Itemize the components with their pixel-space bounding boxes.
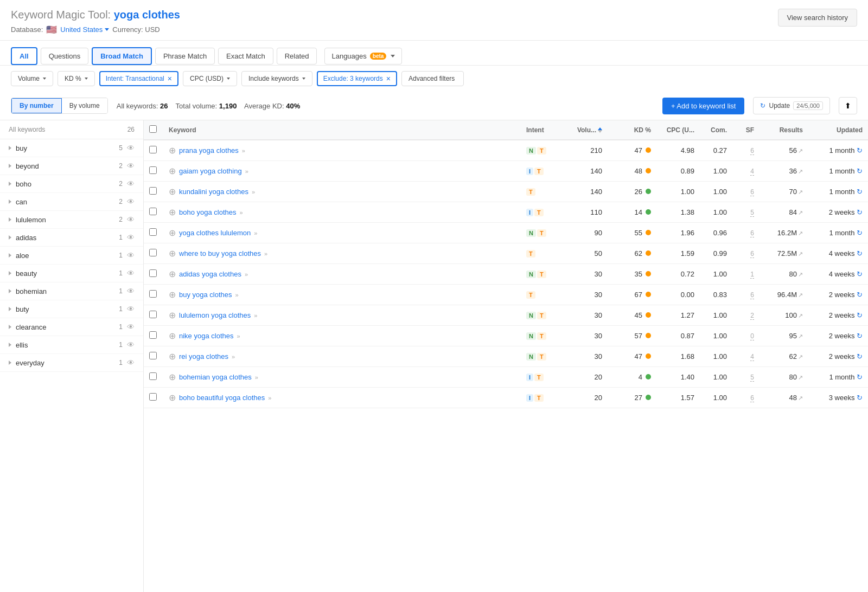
external-link-icon[interactable]: ↗ (798, 271, 803, 278)
refresh-icon[interactable]: ↻ (857, 208, 863, 216)
sidebar-item-can[interactable]: can 2 👁 (0, 193, 143, 211)
row-checkbox[interactable] (149, 228, 157, 236)
volume-filter-button[interactable]: Volume (11, 71, 53, 86)
external-link-icon[interactable]: ↗ (798, 168, 803, 175)
sf-link[interactable]: 5 (750, 209, 754, 217)
external-link-icon[interactable]: ↗ (798, 250, 803, 257)
external-link-icon[interactable]: ↗ (798, 312, 803, 319)
external-link-icon[interactable]: ↗ (798, 353, 803, 360)
exclude-close-icon[interactable]: × (386, 75, 391, 82)
row-checkbox[interactable] (149, 249, 157, 256)
refresh-icon[interactable]: ↻ (857, 229, 863, 237)
external-link-icon[interactable]: ↗ (798, 230, 803, 236)
country-link[interactable]: United States (60, 25, 109, 34)
sf-link[interactable]: 6 (750, 250, 754, 258)
refresh-icon[interactable]: ↻ (857, 394, 863, 402)
tab-questions[interactable]: Questions (41, 48, 89, 65)
volume-sort-button[interactable]: Volu... (577, 126, 602, 134)
refresh-icon[interactable]: ↻ (857, 167, 863, 175)
keyword-link[interactable]: ⊕ rei yoga clothes » (169, 351, 515, 362)
cpc-filter-button[interactable]: CPC (USD) (183, 71, 237, 86)
sf-link[interactable]: 6 (750, 291, 754, 299)
visibility-icon[interactable]: 👁 (127, 179, 135, 188)
row-checkbox[interactable] (149, 290, 157, 298)
view-history-button[interactable]: View search history (778, 9, 857, 27)
refresh-icon[interactable]: ↻ (857, 249, 863, 258)
visibility-icon[interactable]: 👁 (127, 269, 135, 278)
sort-by-number-button[interactable]: By number (11, 98, 62, 113)
keyword-link[interactable]: ⊕ kundalini yoga clothes » (169, 186, 515, 197)
visibility-icon[interactable]: 👁 (127, 233, 135, 242)
visibility-icon[interactable]: 👁 (127, 144, 135, 152)
keyword-link[interactable]: ⊕ nike yoga clothes » (169, 331, 515, 341)
sf-link[interactable]: 6 (750, 394, 754, 402)
keyword-link[interactable]: ⊕ boho yoga clothes » (169, 207, 515, 217)
keyword-link[interactable]: ⊕ buy yoga clothes » (169, 289, 515, 300)
export-button[interactable]: ⬆ (839, 97, 857, 114)
external-link-icon[interactable]: ↗ (798, 333, 803, 339)
sf-link[interactable]: 6 (750, 229, 754, 237)
advanced-filters-button[interactable]: Advanced filters (401, 71, 464, 86)
sf-link[interactable]: 6 (750, 147, 754, 155)
sf-link[interactable]: 4 (750, 168, 754, 176)
intent-close-icon[interactable]: × (168, 75, 172, 82)
sidebar-item-buty[interactable]: buty 1 👁 (0, 300, 143, 318)
sidebar-item-everyday[interactable]: everyday 1 👁 (0, 354, 143, 372)
tab-all[interactable]: All (11, 47, 37, 65)
languages-button[interactable]: Languages beta (324, 48, 402, 65)
sf-link[interactable]: 2 (750, 312, 754, 320)
sf-link[interactable]: 5 (750, 374, 754, 382)
row-checkbox[interactable] (149, 269, 157, 277)
external-link-icon[interactable]: ↗ (798, 189, 803, 195)
refresh-icon[interactable]: ↻ (857, 311, 863, 319)
tab-broad-match[interactable]: Broad Match (92, 47, 152, 65)
refresh-icon[interactable]: ↻ (857, 270, 863, 278)
visibility-icon[interactable]: 👁 (127, 305, 135, 313)
visibility-icon[interactable]: 👁 (127, 251, 135, 260)
select-all-checkbox[interactable] (149, 125, 157, 133)
keyword-link[interactable]: ⊕ yoga clothes lululemon » (169, 228, 515, 238)
exclude-filter-tag[interactable]: Exclude: 3 keywords × (317, 71, 397, 86)
visibility-icon[interactable]: 👁 (127, 162, 135, 170)
row-checkbox[interactable] (149, 187, 157, 195)
visibility-icon[interactable]: 👁 (127, 358, 135, 367)
refresh-icon[interactable]: ↻ (857, 373, 863, 381)
external-link-icon[interactable]: ↗ (798, 395, 803, 401)
sidebar-item-boho[interactable]: boho 2 👁 (0, 175, 143, 193)
keyword-link[interactable]: ⊕ adidas yoga clothes » (169, 269, 515, 279)
intent-filter-tag[interactable]: Intent: Transactional × (99, 71, 178, 86)
external-link-icon[interactable]: ↗ (798, 292, 803, 298)
sidebar-item-lululemon[interactable]: lululemon 2 👁 (0, 211, 143, 229)
external-link-icon[interactable]: ↗ (798, 209, 803, 216)
sidebar-item-beauty[interactable]: beauty 1 👁 (0, 265, 143, 282)
visibility-icon[interactable]: 👁 (127, 287, 135, 295)
sidebar-item-adidas[interactable]: adidas 1 👁 (0, 229, 143, 247)
visibility-icon[interactable]: 👁 (127, 197, 135, 206)
sort-by-volume-button[interactable]: By volume (62, 98, 107, 113)
keyword-link[interactable]: ⊕ where to buy yoga clothes » (169, 248, 515, 259)
keyword-link[interactable]: ⊕ prana yoga clothes » (169, 145, 515, 156)
sidebar-item-clearance[interactable]: clearance 1 👁 (0, 318, 143, 336)
sf-link[interactable]: 4 (750, 353, 754, 361)
sidebar-item-beyond[interactable]: beyond 2 👁 (0, 157, 143, 175)
refresh-icon[interactable]: ↻ (857, 188, 863, 196)
tab-exact-match[interactable]: Exact Match (218, 48, 273, 65)
tab-phrase-match[interactable]: Phrase Match (155, 48, 215, 65)
refresh-icon[interactable]: ↻ (857, 291, 863, 299)
row-checkbox[interactable] (149, 393, 157, 401)
kd-filter-button[interactable]: KD % (58, 71, 95, 86)
tab-related[interactable]: Related (277, 48, 317, 65)
row-checkbox[interactable] (149, 372, 157, 380)
add-to-keyword-list-button[interactable]: + Add to keyword list (662, 98, 745, 114)
sidebar-item-ellis[interactable]: ellis 1 👁 (0, 336, 143, 354)
visibility-icon[interactable]: 👁 (127, 323, 135, 331)
visibility-icon[interactable]: 👁 (127, 215, 135, 224)
row-checkbox[interactable] (149, 146, 157, 153)
keyword-link[interactable]: ⊕ bohemian yoga clothes » (169, 372, 515, 382)
external-link-icon[interactable]: ↗ (798, 147, 803, 154)
refresh-icon[interactable]: ↻ (857, 146, 863, 155)
sidebar-item-buy[interactable]: buy 5 👁 (0, 139, 143, 157)
update-button[interactable]: ↻ Update 24/5,000 (753, 97, 830, 114)
row-checkbox[interactable] (149, 331, 157, 339)
sf-link[interactable]: 0 (750, 332, 754, 340)
